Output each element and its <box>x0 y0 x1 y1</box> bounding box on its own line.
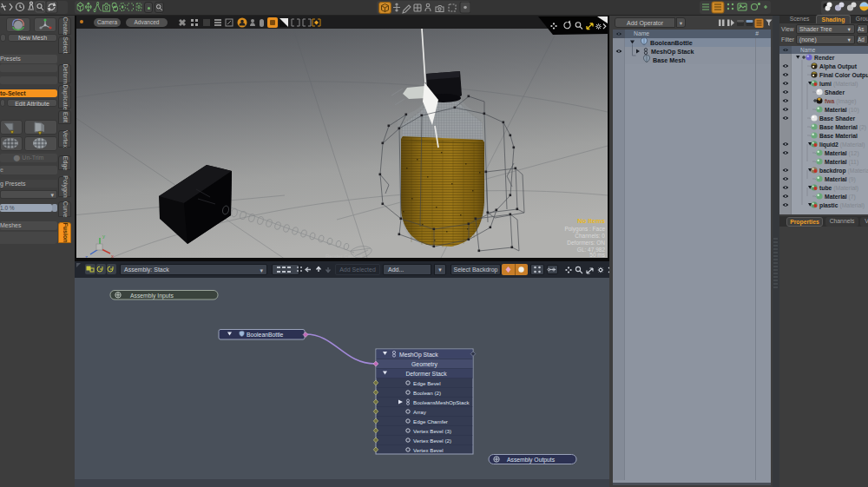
svg-text:No Items: No Items <box>577 217 605 225</box>
svg-text:backdrop (Material): backdrop (Material) <box>819 168 868 174</box>
svg-text:plastic (Material): plastic (Material) <box>819 202 865 209</box>
svg-text:tube (Material): tube (Material) <box>819 185 858 192</box>
svg-text:lumi (Material): lumi (Material) <box>819 81 858 88</box>
svg-text:MeshOp Stack: MeshOp Stack <box>399 352 438 359</box>
svg-text:BooleanBottle: BooleanBottle <box>247 332 284 338</box>
svg-text:Material (12): Material (12) <box>825 150 859 157</box>
svg-text:Boolean (2): Boolean (2) <box>413 390 441 396</box>
svg-text:BooleansMeshOpStack: BooleansMeshOpStack <box>413 399 470 405</box>
svg-text:Edge Bevel: Edge Bevel <box>413 380 441 386</box>
svg-text:Base Mesh: Base Mesh <box>653 56 686 64</box>
svg-text:Alpha Output: Alpha Output <box>819 63 858 70</box>
svg-text:Vertex Bevel: Vertex Bevel <box>413 447 444 453</box>
svg-text:Assembly Outputs: Assembly Outputs <box>507 457 556 464</box>
svg-text:Deformer Stack: Deformer Stack <box>405 371 447 377</box>
svg-text:MeshOp Stack: MeshOp Stack <box>651 48 694 56</box>
svg-text:Edge Chamfer: Edge Chamfer <box>413 418 448 424</box>
svg-text:Material (11): Material (11) <box>825 159 858 166</box>
svg-text:Material (9): Material (9) <box>825 176 856 183</box>
svg-text:Base Shader: Base Shader <box>819 115 856 122</box>
svg-text:Assembly Inputs: Assembly Inputs <box>130 293 174 299</box>
svg-text:Array: Array <box>413 409 427 415</box>
svg-text:liquid2 (Material): liquid2 (Material) <box>819 141 865 148</box>
svg-text:Vertex Bevel (3): Vertex Bevel (3) <box>413 428 451 434</box>
svg-text:BooleanBottle: BooleanBottle <box>650 39 693 47</box>
svg-text:Deformers: ON: Deformers: ON <box>567 240 605 246</box>
svg-text:Vertex Bevel (2): Vertex Bevel (2) <box>413 438 451 444</box>
svg-text:fwa (Image): fwa (Image) <box>825 98 857 105</box>
svg-text:z: z <box>85 254 88 258</box>
svg-text:Geometry: Geometry <box>411 361 437 368</box>
svg-text:50 ms: 50 ms <box>589 252 605 258</box>
svg-text:Render: Render <box>814 55 835 61</box>
svg-text:Base Material: Base Material <box>819 133 858 139</box>
svg-text:Material (7): Material (7) <box>825 194 856 201</box>
svg-text:x: x <box>111 253 114 258</box>
svg-text:Channels: 0: Channels: 0 <box>575 233 605 239</box>
svg-text:Base Material (2): Base Material (2) <box>819 124 866 131</box>
svg-text:Final Color Output: Final Color Output <box>819 72 868 79</box>
svg-text:Polygons : Face: Polygons : Face <box>564 226 605 233</box>
svg-text:Shader: Shader <box>825 89 845 95</box>
svg-text:Material (10): Material (10) <box>825 107 859 114</box>
svg-text:Render Camera: Render Camera <box>326 253 363 258</box>
svg-text:y: y <box>102 234 105 239</box>
